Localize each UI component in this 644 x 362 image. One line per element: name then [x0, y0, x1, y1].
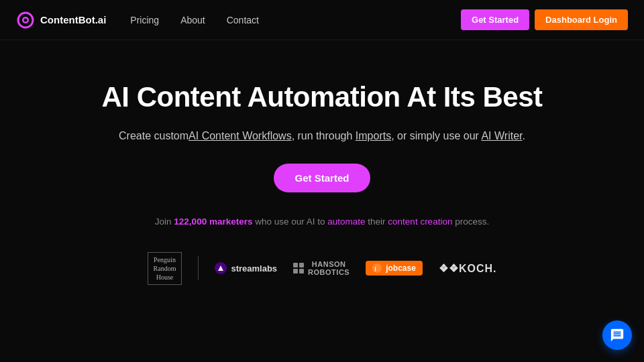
social-proof-middle: who use our AI to: [252, 217, 327, 227]
nav-dashboard-login-button[interactable]: Dashboard Login: [535, 9, 628, 30]
logo-streamlabs: streamlabs: [215, 262, 277, 274]
penguin-text: PenguinRandomHouse: [154, 255, 176, 282]
logo-koch: ❖❖KOCH.: [439, 262, 497, 275]
subtitle-after: , or simply use our: [391, 130, 481, 141]
social-proof-after: their: [366, 217, 388, 227]
social-proof-automate: automate: [327, 217, 365, 227]
nav-links: Pricing About Contact: [130, 15, 259, 25]
social-proof-content-creation: content creation: [388, 217, 452, 227]
social-proof-before: Join: [155, 217, 174, 227]
hero-get-started-button[interactable]: Get Started: [274, 164, 371, 192]
chat-bubble-button[interactable]: [602, 320, 632, 350]
hanson-grid-icon: [293, 263, 304, 274]
subtitle-before: Create custom: [119, 130, 189, 141]
nav-left: ContentBot.ai Pricing About Contact: [16, 11, 259, 29]
subtitle-link-workflows[interactable]: AI Content Workflows: [189, 130, 292, 141]
social-proof-text: Join 122,000 marketers who use our AI to…: [155, 217, 489, 227]
streamlabs-text: streamlabs: [231, 263, 277, 274]
nav-get-started-button[interactable]: Get Started: [461, 9, 529, 30]
jobcase-icon: j: [372, 263, 382, 273]
nav-right: Get Started Dashboard Login: [461, 9, 628, 30]
social-proof-end: process.: [452, 217, 489, 227]
logo-hanson: HANSONROBOTICS: [293, 260, 350, 276]
logos-row: PenguinRandomHouse streamlabs HANSONROBO…: [148, 245, 497, 292]
subtitle-end: .: [522, 130, 525, 141]
logo-text: ContentBot.ai: [40, 14, 106, 25]
koch-text: ❖❖KOCH.: [439, 262, 497, 275]
hero-title: AI Content Automation At Its Best: [101, 80, 542, 114]
logo[interactable]: ContentBot.ai: [16, 11, 106, 29]
jobcase-text: jobcase: [386, 263, 416, 273]
hanson-text: HANSONROBOTICS: [308, 260, 350, 276]
nav-link-contact[interactable]: Contact: [227, 15, 259, 25]
chat-icon: [610, 328, 625, 343]
logo-jobcase: j jobcase: [366, 261, 423, 276]
svg-point-2: [24, 18, 28, 21]
logo-icon: [16, 11, 35, 29]
nav-link-about[interactable]: About: [180, 15, 205, 25]
hero-subtitle: Create customAI Content Workflows, run t…: [119, 127, 525, 145]
svg-point-5: [372, 263, 382, 273]
subtitle-mid: , run through: [292, 130, 356, 141]
subtitle-link-writer[interactable]: AI Writer: [481, 130, 522, 141]
hero-section: AI Content Automation At Its Best Create…: [0, 40, 644, 292]
nav-link-pricing[interactable]: Pricing: [130, 15, 159, 25]
logo-divider-1: [198, 256, 199, 280]
navbar: ContentBot.ai Pricing About Contact Get …: [0, 0, 644, 40]
svg-text:j: j: [374, 265, 376, 272]
streamlabs-icon: [215, 262, 227, 274]
social-proof-number: 122,000 marketers: [174, 217, 252, 227]
logo-penguin: PenguinRandomHouse: [148, 252, 182, 285]
subtitle-link-imports[interactable]: Imports: [356, 130, 391, 141]
